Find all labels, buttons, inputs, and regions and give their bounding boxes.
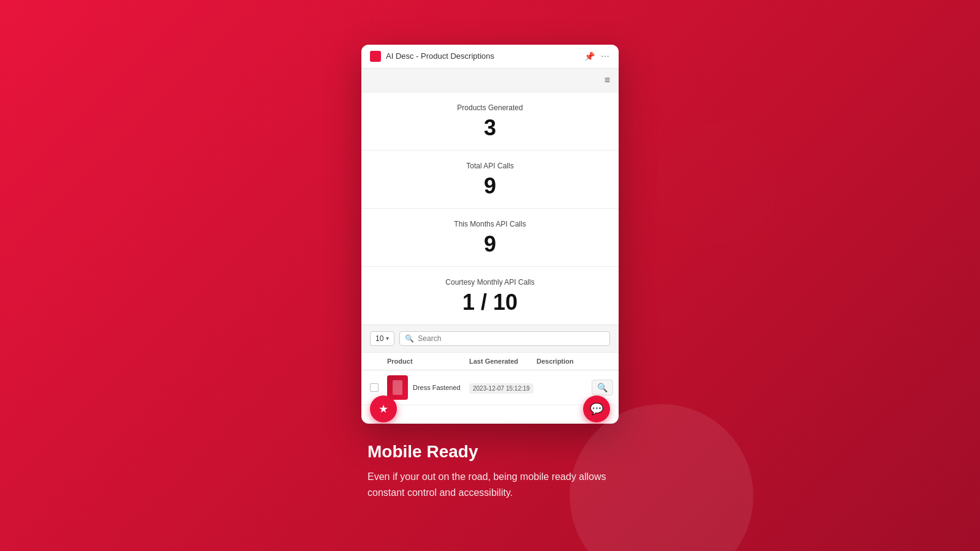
row-checkbox[interactable] [370,383,387,392]
col-header-checkbox [370,358,387,365]
table-row: Dress Fastened 2023-12-07 15:12:19 🔍 [361,370,619,405]
stat-this-months-calls: This Months API Calls 9 [361,209,619,267]
stat-label-3: Courtesy Monthly API Calls [374,278,606,287]
stat-courtesy-calls: Courtesy Monthly API Calls 1 / 10 [361,267,619,324]
fab-area: ★ 💬 [361,405,619,424]
stat-value-3: 1 / 10 [374,291,606,313]
product-table: Product Last Generated Description Dress… [361,353,619,405]
last-generated-cell: 2023-12-07 15:12:19 [469,382,537,393]
table-toolbar: 10 ▾ 🔍 [361,324,619,353]
stat-label-0: Products Generated [374,103,606,112]
mobile-ready-title: Mobile Ready [368,442,612,462]
table-header: Product Last Generated Description [361,353,619,370]
search-box: 🔍 [399,331,610,346]
stats-area: Products Generated 3 Total API Calls 9 T… [361,92,619,324]
window-title: AI Desc - Product Descriptions [386,51,494,61]
action-cell[interactable]: 🔍 [592,380,610,395]
row-search-button[interactable]: 🔍 [592,380,613,395]
product-cell: Dress Fastened [387,375,469,400]
stat-label-2: This Months API Calls [374,220,606,228]
per-page-select[interactable]: 10 ▾ [370,331,394,346]
fab-chat-button[interactable]: 💬 [583,395,610,422]
pin-icon[interactable]: 📌 [584,51,595,61]
stat-value-0: 3 [374,117,606,139]
stat-products-generated: Products Generated 3 [361,92,619,151]
title-bar-actions: 📌 ⋯ [584,51,610,61]
menu-bar: ≡ [361,69,619,92]
search-icon: 🔍 [405,334,414,343]
col-header-action [592,358,610,365]
more-icon[interactable]: ⋯ [601,51,610,61]
stat-value-1: 9 [374,175,606,197]
product-image [387,375,408,400]
col-header-product: Product [387,358,469,365]
fab-star-button[interactable]: ★ [370,395,397,422]
per-page-value: 10 [375,334,383,343]
col-header-last-generated: Last Generated [469,358,537,365]
product-name: Dress Fastened [413,384,461,391]
stat-value-2: 9 [374,233,606,255]
col-header-description: Description [537,358,592,365]
search-input[interactable] [418,334,605,343]
stat-label-1: Total API Calls [374,162,606,170]
hamburger-icon[interactable]: ≡ [605,75,610,86]
app-window: AI Desc - Product Descriptions 📌 ⋯ ≡ Pro… [361,45,619,424]
chevron-down-icon: ▾ [386,335,389,342]
stat-total-api-calls: Total API Calls 9 [361,151,619,209]
app-logo [370,51,381,62]
chat-icon: 💬 [590,402,603,416]
date-value: 2023-12-07 15:12:19 [469,383,533,394]
star-icon: ★ [379,402,388,416]
title-bar: AI Desc - Product Descriptions 📌 ⋯ [361,45,619,69]
